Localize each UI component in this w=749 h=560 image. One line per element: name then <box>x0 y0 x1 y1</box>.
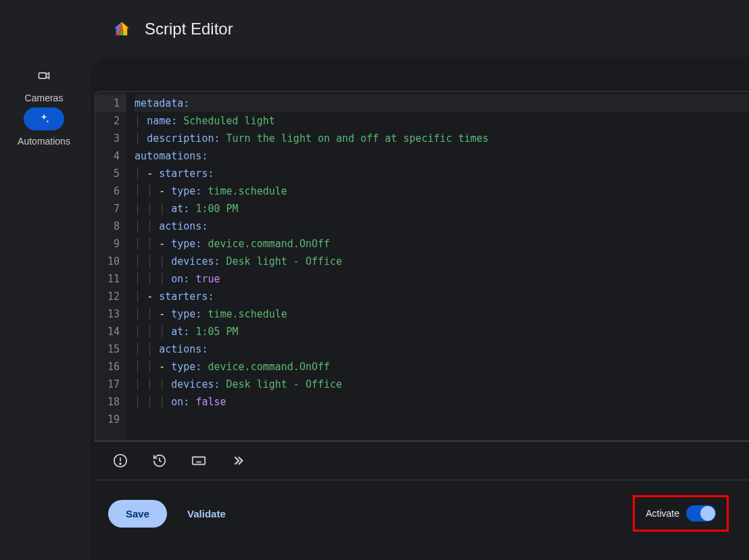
code-line[interactable]: │ │ │ at: 1:05 PM <box>135 323 749 340</box>
page-title: Script Editor <box>145 20 233 39</box>
header: Script Editor <box>88 0 749 57</box>
validate-button[interactable]: Validate <box>187 508 226 519</box>
code-area[interactable]: metadata:│ name: Scheduled light│ descri… <box>126 92 749 440</box>
editor-toolbar <box>95 441 749 480</box>
activate-toggle[interactable] <box>686 505 716 521</box>
svg-rect-4 <box>193 457 205 465</box>
history-icon[interactable] <box>151 453 168 469</box>
activate-label: Activate <box>646 508 679 519</box>
code-line[interactable]: │ │ - type: device.command.OnOff <box>135 358 749 376</box>
sparkle-icon <box>24 107 64 130</box>
svg-rect-0 <box>39 73 47 78</box>
code-line[interactable]: │ │ │ devices: Desk light - Office <box>135 376 749 393</box>
code-line[interactable]: automations: <box>135 147 749 165</box>
camera-icon <box>24 64 64 87</box>
code-line[interactable]: │ │ │ on: true <box>135 270 749 288</box>
activate-highlight: Activate <box>633 495 729 532</box>
sidebar-item-label: Automations <box>18 136 70 147</box>
code-line[interactable]: │ - starters: <box>135 288 749 305</box>
code-line[interactable]: metadata: <box>135 95 749 112</box>
footer: Save Validate Activate <box>95 480 749 540</box>
svg-point-3 <box>120 463 121 465</box>
line-number-gutter: 12345678910111213141516171819 <box>95 92 126 440</box>
code-editor[interactable]: 12345678910111213141516171819 metadata:│… <box>95 91 749 441</box>
code-line[interactable]: │ │ │ on: false <box>135 393 749 411</box>
more-icon[interactable] <box>230 453 246 469</box>
error-icon[interactable] <box>112 453 128 469</box>
editor-panel: 12345678910111213141516171819 metadata:│… <box>91 57 749 560</box>
code-line[interactable]: │ │ - type: time.schedule <box>135 305 749 323</box>
keyboard-icon[interactable] <box>191 453 207 469</box>
sidebar-item-cameras[interactable]: Cameras <box>24 64 64 103</box>
code-line[interactable]: │ │ - type: time.schedule <box>135 182 749 200</box>
sidebar-item-automations[interactable]: Automations <box>18 107 70 147</box>
code-line[interactable]: │ - starters: <box>135 165 749 182</box>
code-line[interactable]: │ │ actions: <box>135 340 749 358</box>
code-line[interactable]: │ │ │ devices: Desk light - Office <box>135 253 749 270</box>
code-line[interactable]: │ name: Scheduled light <box>135 112 749 130</box>
code-line[interactable]: │ description: Turn the light on and off… <box>135 130 749 147</box>
code-line[interactable] <box>135 411 749 428</box>
sidebar: Cameras Automations <box>0 0 88 560</box>
code-line[interactable]: │ │ actions: <box>135 218 749 235</box>
code-line[interactable]: │ │ - type: device.command.OnOff <box>135 235 749 253</box>
code-line[interactable]: │ │ │ at: 1:00 PM <box>135 200 749 218</box>
save-button[interactable]: Save <box>108 500 167 528</box>
sidebar-item-label: Cameras <box>25 93 64 103</box>
google-home-logo-icon <box>112 20 131 39</box>
main: Script Editor 12345678910111213141516171… <box>88 0 749 560</box>
